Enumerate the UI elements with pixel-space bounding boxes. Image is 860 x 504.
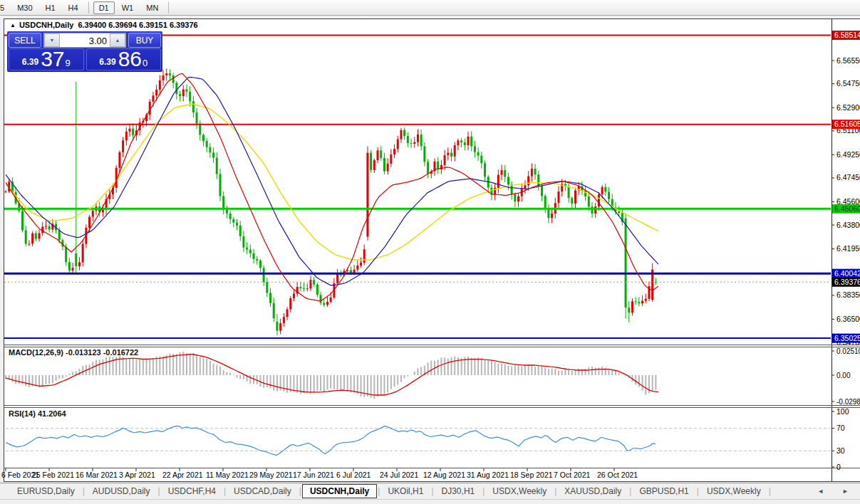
candle-body	[628, 308, 630, 313]
candle-body	[467, 137, 470, 145]
chart-tab-usdcad-daily[interactable]: USDCAD,Daily	[227, 484, 299, 498]
price-tick-label: 6.38350	[836, 290, 860, 299]
candle-body	[641, 301, 643, 304]
candle-body	[645, 299, 647, 301]
candle-body	[202, 135, 204, 141]
candle-body	[266, 282, 268, 293]
tab-scroll-left-icon[interactable]: ◄	[817, 488, 824, 495]
macd-pane[interactable]	[6, 352, 658, 399]
candle-body	[625, 219, 627, 308]
candle-body	[152, 95, 154, 102]
chart-tab-usdchf-h4[interactable]: USDCHF,H4	[161, 484, 223, 498]
candle-body	[504, 170, 506, 177]
candle-body	[638, 302, 640, 303]
chart-tab-dj30-h1[interactable]: DJ30,H1	[435, 484, 482, 498]
candle-body	[122, 140, 124, 152]
candle-body	[474, 146, 476, 152]
price-tick-label: 6.54750	[836, 79, 860, 88]
candle-body	[557, 191, 559, 203]
candle-body	[594, 206, 596, 214]
candle-body	[387, 164, 389, 172]
candle-body	[206, 141, 208, 147]
candle-body	[185, 90, 187, 92]
candle-body	[370, 153, 372, 170]
candle-body	[397, 140, 399, 149]
candle-body	[92, 211, 94, 217]
buy-button[interactable]: BUY	[128, 33, 161, 48]
candle-body	[25, 230, 27, 243]
chart-tabs: EURUSD,Daily|AUDUSD,Daily|USDCHF,H4|USDC…	[10, 484, 772, 498]
sell-button[interactable]: SELL	[9, 33, 41, 48]
chart-canvas[interactable]: 6.565506.547506.529006.511006.492506.474…	[0, 0, 860, 483]
sell-price-display[interactable]: 6.39379	[9, 48, 84, 70]
price-tick-label: 6.36500	[836, 315, 860, 323]
tab-separator: |	[629, 486, 631, 496]
candle-body	[259, 261, 261, 268]
chart-tab-bar: EURUSD,Daily|AUDUSD,Daily|USDCHF,H4|USDC…	[0, 483, 860, 499]
candle-body	[377, 150, 379, 160]
candle-body	[68, 262, 71, 271]
candle-body	[21, 211, 24, 230]
ma-fast-red	[6, 73, 658, 300]
candle-body	[450, 153, 452, 157]
chart-tab-usdx-weekly[interactable]: USDX,Weekly	[485, 484, 554, 498]
candle-body	[497, 175, 499, 188]
candle-body	[601, 187, 603, 194]
chart-tab-usdcnh-daily[interactable]: USDCNH,Daily	[302, 484, 377, 498]
macd-signal-line	[6, 355, 658, 395]
date-tick-label: 24 Jul 2021	[380, 471, 418, 479]
chart-tab-eurusd-daily[interactable]: EURUSD,Daily	[10, 484, 82, 498]
candle-body	[568, 187, 570, 199]
candle-body	[635, 301, 637, 302]
price-badge-label: 6.40042	[834, 269, 860, 278]
date-tick-label: 18 Sep 2021	[510, 471, 553, 479]
volume-decrease-button[interactable]: ▼	[44, 33, 60, 47]
main-price-pane[interactable]	[4, 35, 831, 338]
candle-body	[393, 149, 395, 154]
price-tick-label: 6.49250	[836, 150, 860, 159]
candle-body	[534, 169, 537, 174]
candle-body	[209, 147, 211, 153]
candle-body	[45, 226, 47, 227]
tab-separator: |	[697, 486, 699, 496]
candle-body	[263, 268, 265, 282]
volume-increase-button[interactable]: ▲	[110, 33, 125, 47]
candle-body	[631, 301, 633, 313]
volume-input[interactable]: 3.00	[60, 33, 110, 47]
candle-body	[501, 170, 503, 175]
candle-body	[82, 244, 84, 263]
candle-body	[309, 280, 311, 288]
chart-tab-usdx-weekly[interactable]: USDX,Weekly	[700, 484, 768, 498]
chart-tab-xauusd-daily[interactable]: XAUUSD,Daily	[557, 484, 628, 498]
candle-body	[470, 137, 472, 147]
date-tick-label: 12 Aug 2021	[423, 471, 465, 479]
chart-tab-audusd-daily[interactable]: AUDUSD,Daily	[86, 484, 157, 498]
candle-body	[169, 73, 171, 75]
tab-scroll-right-icon[interactable]: ►	[842, 488, 849, 495]
candle-body	[420, 135, 423, 146]
candle-body	[303, 288, 305, 289]
chart-tab-gbpusd-h1[interactable]: GBPUSD,H1	[632, 484, 695, 498]
candle-body	[125, 132, 128, 141]
macd-tick-label: -0.029887	[836, 398, 860, 406]
candle-body	[165, 73, 167, 75]
candle-body	[383, 158, 385, 172]
chart-tab-ukoil-h1[interactable]: UKOil,H1	[380, 484, 430, 498]
candle-body	[155, 90, 157, 95]
price-tick-label: 6.41950	[836, 244, 860, 253]
price-badge-label: 6.51605	[834, 120, 860, 128]
chart-title-text: USDCNH,Daily 6.39400 6.39694 6.39151 6.3…	[19, 21, 198, 29]
candle-body	[437, 162, 439, 169]
buy-price-display[interactable]: 6.39860	[86, 48, 162, 70]
candle-body	[182, 90, 185, 96]
collapse-arrow-icon[interactable]: ▲	[10, 22, 16, 28]
candle-body	[403, 130, 405, 136]
buy-price-sup: 0	[143, 58, 147, 68]
candle-body	[447, 153, 449, 156]
candle-body	[417, 135, 419, 142]
price-badge-label: 6.39376	[834, 278, 860, 286]
candle-body	[132, 129, 134, 135]
date-tick-label: 7 Oct 2021	[554, 471, 591, 479]
candle-body	[608, 192, 610, 199]
rsi-pane[interactable]	[6, 426, 831, 455]
